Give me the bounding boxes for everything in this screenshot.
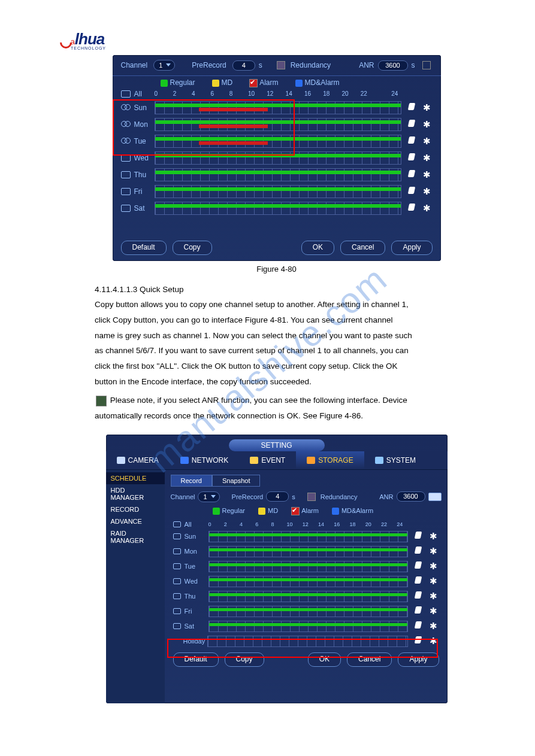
- anr-checkbox[interactable]: [422, 61, 431, 69]
- link-thu-icon[interactable]: [121, 171, 131, 178]
- default-button[interactable]: Default: [121, 241, 167, 255]
- eraser-button[interactable]: [406, 186, 417, 197]
- copy-button[interactable]: Copy: [173, 241, 212, 255]
- hour-tick: 24: [379, 90, 398, 97]
- timeline-tue[interactable]: [155, 135, 401, 148]
- link-all-icon[interactable]: [173, 521, 181, 527]
- link-tue-icon[interactable]: [121, 138, 131, 145]
- nav-advance[interactable]: ADVANCE: [106, 515, 165, 527]
- settings-button[interactable]: ✱: [422, 186, 433, 197]
- timeline-mon[interactable]: [155, 118, 401, 131]
- settings-button[interactable]: ✱: [428, 546, 439, 557]
- apply-button[interactable]: Apply: [391, 241, 432, 255]
- tab-network[interactable]: NETWORK: [170, 451, 239, 469]
- timeline-sat[interactable]: [208, 621, 408, 632]
- settings-button[interactable]: ✱: [422, 169, 433, 180]
- timeline-sun[interactable]: [155, 101, 401, 114]
- timeline-wed[interactable]: [155, 151, 401, 165]
- redundancy-checkbox[interactable]: [277, 61, 285, 69]
- record-type-legend: Regular MD Alarm MD&Alarm: [171, 505, 442, 517]
- link-icon[interactable]: [173, 563, 181, 569]
- eraser-button[interactable]: [413, 621, 424, 631]
- link-icon[interactable]: [173, 533, 181, 539]
- eraser-button[interactable]: [413, 576, 424, 587]
- eraser-button[interactable]: [413, 636, 424, 646]
- link-wed-icon[interactable]: [121, 154, 131, 162]
- anr-input[interactable]: 3600: [397, 491, 425, 502]
- subtab-snapshot[interactable]: Snapshot: [212, 475, 260, 487]
- alarm-checkbox-icon[interactable]: [291, 507, 300, 515]
- link-icon[interactable]: [173, 608, 181, 614]
- settings-button[interactable]: ✱: [422, 119, 433, 130]
- eraser-button[interactable]: [413, 546, 424, 557]
- subtab-record[interactable]: Record: [171, 475, 212, 487]
- eraser-button[interactable]: [413, 606, 424, 617]
- timeline-sat[interactable]: [155, 202, 401, 215]
- timeline-tue[interactable]: [208, 561, 408, 572]
- cancel-button[interactable]: Cancel: [340, 241, 385, 255]
- settings-button[interactable]: ✱: [428, 621, 439, 631]
- tab-storage[interactable]: STORAGE: [296, 451, 364, 469]
- channel-dropdown[interactable]: 1: [198, 491, 219, 502]
- tab-camera[interactable]: CAMERA: [106, 451, 170, 469]
- anr-input[interactable]: 3600: [378, 60, 408, 71]
- tab-system[interactable]: SYSTEM: [364, 451, 427, 469]
- timeline-sun[interactable]: [208, 531, 408, 542]
- prerecord-input[interactable]: 4: [266, 491, 289, 502]
- eraser-button[interactable]: [406, 203, 417, 214]
- hour-tick: 12: [267, 90, 285, 97]
- settings-button[interactable]: ✱: [428, 606, 439, 617]
- settings-button[interactable]: ✱: [428, 636, 439, 646]
- settings-button[interactable]: ✱: [428, 591, 439, 602]
- link-sun-icon[interactable]: [121, 104, 131, 111]
- copy-button[interactable]: Copy: [225, 652, 264, 667]
- link-icon[interactable]: [173, 578, 181, 584]
- settings-button[interactable]: ✱: [428, 561, 439, 572]
- apply-button[interactable]: Apply: [398, 652, 439, 667]
- eraser-button[interactable]: [406, 153, 417, 163]
- link-all-icon[interactable]: [121, 90, 131, 98]
- eraser-button[interactable]: [406, 169, 417, 180]
- nav-record[interactable]: RECORD: [106, 503, 165, 515]
- link-icon[interactable]: [173, 623, 181, 629]
- eraser-button[interactable]: [406, 102, 417, 113]
- cancel-button[interactable]: Cancel: [347, 652, 392, 667]
- eraser-button[interactable]: [406, 119, 417, 130]
- nav-hdd-manager[interactable]: HDD MANAGER: [106, 484, 165, 503]
- ok-button[interactable]: OK: [308, 652, 341, 667]
- all-label: All: [134, 90, 155, 98]
- timeline-holiday[interactable]: [207, 636, 408, 647]
- settings-button[interactable]: ✱: [422, 136, 433, 147]
- eraser-button[interactable]: [406, 136, 417, 147]
- settings-button[interactable]: ✱: [422, 203, 433, 214]
- timeline-fri[interactable]: [208, 606, 408, 617]
- settings-button[interactable]: ✱: [422, 102, 433, 113]
- alarm-checkbox-icon[interactable]: [249, 79, 258, 87]
- prerecord-input[interactable]: 4: [232, 60, 255, 71]
- link-icon[interactable]: [173, 593, 181, 599]
- link-icon[interactable]: [173, 548, 181, 554]
- nav-schedule[interactable]: SCHEDULE: [106, 472, 165, 484]
- settings-button[interactable]: ✱: [422, 153, 433, 163]
- default-button[interactable]: Default: [173, 652, 219, 667]
- nav-raid-manager[interactable]: RAID MANAGER: [106, 527, 165, 546]
- eraser-button[interactable]: [413, 561, 424, 572]
- settings-button[interactable]: ✱: [428, 576, 439, 587]
- link-sat-icon[interactable]: [121, 205, 131, 212]
- link-fri-icon[interactable]: [121, 188, 131, 195]
- keypad-icon[interactable]: [428, 493, 442, 501]
- tab-event[interactable]: EVENT: [239, 451, 296, 469]
- channel-dropdown[interactable]: 1: [153, 60, 175, 71]
- timeline-mon[interactable]: [208, 546, 408, 557]
- ok-button[interactable]: OK: [301, 241, 334, 255]
- settings-button[interactable]: ✱: [428, 531, 439, 542]
- redundancy-checkbox[interactable]: [307, 493, 316, 501]
- timeline-thu[interactable]: [155, 168, 401, 181]
- link-mon-icon[interactable]: [121, 121, 131, 128]
- eraser-button[interactable]: [413, 591, 424, 602]
- timeline-wed[interactable]: [208, 576, 408, 587]
- timeline-fri[interactable]: [155, 185, 401, 198]
- eraser-button[interactable]: [413, 531, 424, 542]
- mdalarm-label: MD&Alarm: [341, 507, 373, 514]
- timeline-thu[interactable]: [208, 591, 408, 602]
